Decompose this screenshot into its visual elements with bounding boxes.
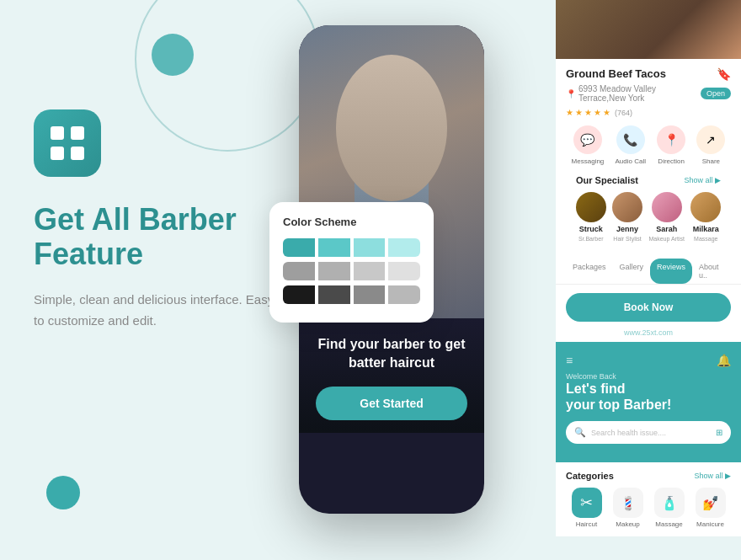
messaging-icon-circle: 💬: [573, 125, 602, 154]
bg-circle-small: [152, 34, 194, 76]
massage-label: Massage: [655, 520, 682, 528]
star-3: ★: [584, 108, 592, 117]
manicure-icon: 💅: [702, 495, 719, 511]
star-2: ★: [575, 108, 583, 117]
call-icon-circle: 📞: [616, 125, 645, 154]
open-badge: Open: [701, 88, 731, 99]
subtitle: Simple, clean and delicious interface. E…: [34, 289, 286, 332]
tabs-row: Packages Gallery Reviews About u..: [556, 259, 741, 285]
manicure-label: Manicure: [696, 520, 724, 528]
call-label: Audio Call: [615, 157, 645, 165]
categories-title: Categories: [566, 471, 614, 481]
action-icons-row: 💬 Messaging 📞 Audio Call 📍 Direction ↗ S…: [566, 125, 731, 165]
review-count: (764): [615, 109, 632, 117]
swatch-dark-2: [318, 285, 350, 304]
action-audio-call[interactable]: 📞 Audio Call: [615, 125, 645, 165]
location-pin-icon: 📍: [566, 89, 576, 99]
cat-makeup[interactable]: 💈 Makeup: [613, 488, 643, 528]
specialist-name-milkara: Milkara: [693, 225, 719, 233]
swatch-teal-4: [388, 238, 420, 257]
specialist-title: Our Specialist: [576, 175, 638, 185]
swatch-teal-3: [354, 238, 386, 257]
svg-rect-3: [71, 147, 84, 160]
color-row-3: [283, 285, 420, 304]
share-icon-circle: ↗: [696, 125, 725, 154]
makeup-icon-box: 💈: [613, 488, 643, 518]
categories-row: ✂ Haircut 💈 Makeup 🧴 Massage 💅: [566, 488, 731, 528]
avatar-jenny: [612, 192, 642, 222]
search-bar[interactable]: 🔍 Search health issue.... ⊞: [566, 421, 731, 444]
get-started-button[interactable]: Get Started: [316, 387, 467, 420]
svg-rect-1: [71, 126, 84, 140]
search-filter-icon[interactable]: ⊞: [716, 428, 722, 437]
specialist-role-sarah: Makeup Artist: [648, 236, 684, 242]
cat-haircut[interactable]: ✂ Haircut: [572, 488, 602, 528]
avatar-sarah: [652, 192, 682, 222]
specialist-jenny[interactable]: Jenny Hair Stylist: [612, 192, 642, 242]
swatch-dark-1: [283, 285, 315, 304]
avatar-struck: [576, 192, 606, 222]
color-row-2: [283, 262, 420, 280]
categories-header: Categories Show all ▶: [566, 471, 731, 481]
watermark: www.25xt.com: [556, 328, 741, 342]
haircut-icon-box: ✂: [572, 488, 602, 518]
hamburger-icon[interactable]: ≡: [566, 354, 573, 367]
tab-packages[interactable]: Packages: [566, 259, 613, 284]
search-icon: 🔍: [574, 427, 586, 438]
massage-icon-box: 🧴: [654, 488, 685, 518]
bookmark-icon[interactable]: 🔖: [717, 67, 731, 81]
specialist-struck[interactable]: Struck Sr.Barber: [576, 192, 606, 242]
scissors-icon: ✂: [580, 493, 593, 512]
tab-about[interactable]: About u..: [692, 259, 731, 284]
book-now-button[interactable]: Book Now: [566, 293, 731, 322]
swatch-teal-1: [283, 238, 315, 257]
teal-card-header: ≡ 🔔: [566, 354, 731, 367]
categories-show-all[interactable]: Show all ▶: [694, 472, 731, 480]
specialist-name-struck: Struck: [579, 225, 603, 233]
action-direction[interactable]: 📍 Direction: [657, 125, 685, 165]
search-placeholder: Search health issue....: [591, 429, 711, 437]
bg-circle-bottom: [46, 476, 80, 509]
svg-rect-0: [51, 126, 64, 140]
star-4: ★: [594, 108, 601, 117]
haircut-label: Haircut: [576, 520, 597, 528]
find-title: Let's findyour top Barber!: [566, 381, 731, 413]
specialist-milkara[interactable]: Milkara Massage: [690, 192, 721, 242]
swatch-dark-4: [388, 285, 420, 304]
specialist-show-all[interactable]: Show all ▶: [684, 176, 721, 184]
direction-label: Direction: [658, 157, 685, 165]
main-title: Get All Barber Feature: [34, 202, 286, 272]
specialist-name-sarah: Sarah: [656, 225, 677, 233]
tab-gallery[interactable]: Gallery: [613, 259, 651, 284]
swatch-teal-2: [318, 238, 350, 257]
specialist-row: Struck Sr.Barber Jenny Hair Stylist Sara…: [566, 192, 731, 242]
svg-rect-2: [51, 147, 64, 160]
action-messaging[interactable]: 💬 Messaging: [572, 125, 605, 165]
restaurant-card: Ground Beef Tacos 🔖 📍 6993 Meadow Valley…: [556, 0, 741, 342]
share-label: Share: [702, 157, 720, 165]
phone-bottom: Find your barber to get batter haircut G…: [299, 318, 484, 433]
makeup-icon: 💈: [620, 495, 637, 511]
avatar-milkara: [690, 192, 721, 222]
restaurant-image: [556, 0, 741, 59]
bell-icon[interactable]: 🔔: [717, 354, 731, 367]
restaurant-address: 📍 6993 Meadow Valley Terrace,New York Op…: [566, 84, 731, 103]
manicure-icon-box: 💅: [696, 488, 726, 518]
right-panel: Ground Beef Tacos 🔖 📍 6993 Meadow Valley…: [556, 0, 741, 560]
welcome-text: Welcome Back: [566, 372, 731, 381]
tab-reviews[interactable]: Reviews: [650, 259, 692, 284]
swatch-gray-1: [283, 262, 315, 280]
action-share[interactable]: ↗ Share: [696, 125, 725, 165]
swatch-dark-3: [354, 285, 386, 304]
specialist-name-jenny: Jenny: [616, 225, 638, 233]
massage-icon: 🧴: [661, 495, 678, 511]
direction-icon-circle: 📍: [657, 125, 685, 154]
restaurant-header: Ground Beef Tacos 🔖: [566, 67, 731, 81]
cat-massage[interactable]: 🧴 Massage: [654, 488, 685, 528]
swatch-gray-4: [388, 262, 420, 280]
specialist-role-jenny: Hair Stylist: [613, 236, 641, 242]
specialist-sarah[interactable]: Sarah Makeup Artist: [648, 192, 684, 242]
cat-manicure[interactable]: 💅 Manicure: [696, 488, 726, 528]
teal-welcome-card: ≡ 🔔 Welcome Back Let's findyour top Barb…: [556, 342, 741, 462]
grid-icon: [47, 123, 88, 163]
